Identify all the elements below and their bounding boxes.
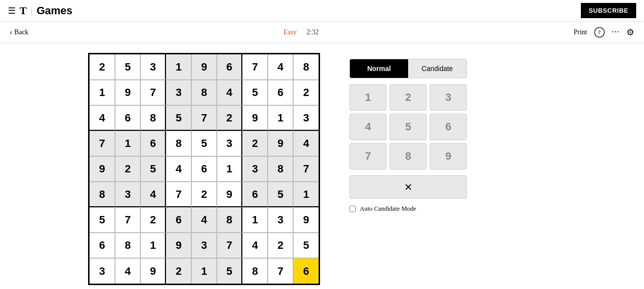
num-button-2[interactable]: 2 [390,84,427,111]
table-row[interactable]: 1 [191,258,217,284]
table-row[interactable]: 2 [140,207,166,233]
table-row[interactable]: 3 [217,131,242,156]
table-row[interactable]: 4 [191,207,217,233]
table-row[interactable]: 4 [115,258,140,284]
table-row[interactable]: 7 [293,156,319,182]
table-row[interactable]: 2 [115,156,140,182]
table-row[interactable]: 5 [191,131,217,156]
back-nav[interactable]: ‹ Back [10,28,28,37]
table-row[interactable]: 8 [90,182,115,207]
table-row[interactable]: 7 [140,80,166,105]
num-button-1[interactable]: 1 [349,84,387,111]
table-row[interactable]: 4 [293,131,319,156]
table-row[interactable]: 3 [191,233,217,258]
table-row[interactable]: 9 [140,258,166,284]
table-row[interactable]: 5 [268,182,293,207]
table-row[interactable]: 7 [242,54,268,80]
table-row[interactable]: 7 [166,182,191,207]
table-row[interactable]: 6 [90,233,115,258]
num-button-4[interactable]: 4 [349,114,387,140]
table-row[interactable]: 8 [166,131,191,156]
table-row[interactable]: 9 [115,80,140,105]
table-row[interactable]: 1 [293,182,319,207]
table-row[interactable]: 3 [242,156,268,182]
table-row[interactable]: 2 [293,80,319,105]
table-row[interactable]: 7 [268,258,293,284]
table-row[interactable]: 6 [191,156,217,182]
table-row[interactable]: 8 [293,54,319,80]
table-row[interactable]: 3 [268,207,293,233]
num-button-9[interactable]: 9 [430,143,467,169]
table-row[interactable]: 6 [115,105,140,131]
table-row[interactable]: 5 [242,80,268,105]
table-row[interactable]: 8 [242,258,268,284]
table-row[interactable]: 1 [166,54,191,80]
table-row[interactable]: 8 [140,105,166,131]
table-row[interactable]: 4 [140,182,166,207]
table-row[interactable]: 5 [217,258,242,284]
table-row[interactable]: 3 [115,182,140,207]
table-row[interactable]: 5 [166,105,191,131]
table-row[interactable]: 7 [217,233,242,258]
table-row[interactable]: 8 [217,207,242,233]
table-row[interactable]: 6 [293,258,319,284]
erase-button[interactable]: ✕ [349,175,467,199]
table-row[interactable]: 9 [268,131,293,156]
auto-candidate-checkbox[interactable] [349,206,356,212]
table-row[interactable]: 2 [90,54,115,80]
back-label[interactable]: Back [14,28,28,36]
table-row[interactable]: 5 [293,233,319,258]
table-row[interactable]: 9 [293,207,319,233]
table-row[interactable]: 2 [268,233,293,258]
table-row[interactable]: 1 [140,233,166,258]
table-row[interactable]: 6 [166,207,191,233]
table-row[interactable]: 7 [90,131,115,156]
table-row[interactable]: 4 [242,233,268,258]
table-row[interactable]: 6 [242,182,268,207]
table-row[interactable]: 9 [166,233,191,258]
num-button-8[interactable]: 8 [390,143,427,169]
table-row[interactable]: 1 [90,80,115,105]
help-icon[interactable]: ? [594,27,605,38]
table-row[interactable]: 9 [90,156,115,182]
table-row[interactable]: 5 [115,54,140,80]
table-row[interactable]: 8 [191,80,217,105]
table-row[interactable]: 3 [293,105,319,131]
table-row[interactable]: 3 [166,80,191,105]
table-row[interactable]: 7 [191,105,217,131]
table-row[interactable]: 4 [166,156,191,182]
table-row[interactable]: 8 [115,233,140,258]
num-button-3[interactable]: 3 [430,84,467,111]
table-row[interactable]: 6 [268,80,293,105]
table-row[interactable]: 1 [217,156,242,182]
table-row[interactable]: 3 [140,54,166,80]
table-row[interactable]: 6 [217,54,242,80]
table-row[interactable]: 4 [90,105,115,131]
table-row[interactable]: 1 [242,207,268,233]
subscribe-button[interactable]: SUBSCRIBE [581,3,636,18]
table-row[interactable]: 2 [217,105,242,131]
table-row[interactable]: 2 [191,182,217,207]
table-row[interactable]: 4 [217,80,242,105]
num-button-6[interactable]: 6 [430,114,467,140]
normal-mode-button[interactable]: Normal [350,59,408,78]
table-row[interactable]: 5 [140,156,166,182]
table-row[interactable]: 7 [115,207,140,233]
table-row[interactable]: 8 [268,156,293,182]
settings-icon[interactable]: ⚙ [626,27,634,38]
more-options-icon[interactable]: ··· [612,27,620,37]
num-button-7[interactable]: 7 [349,143,387,169]
table-row[interactable]: 6 [140,131,166,156]
table-row[interactable]: 2 [242,131,268,156]
table-row[interactable]: 5 [90,207,115,233]
table-row[interactable]: 2 [166,258,191,284]
table-row[interactable]: 1 [268,105,293,131]
print-label[interactable]: Print [574,28,587,36]
table-row[interactable]: 9 [242,105,268,131]
table-row[interactable]: 4 [268,54,293,80]
table-row[interactable]: 9 [191,54,217,80]
num-button-5[interactable]: 5 [390,114,427,140]
hamburger-icon[interactable]: ☰ [8,5,16,16]
candidate-mode-button[interactable]: Candidate [408,59,466,78]
table-row[interactable]: 1 [115,131,140,156]
